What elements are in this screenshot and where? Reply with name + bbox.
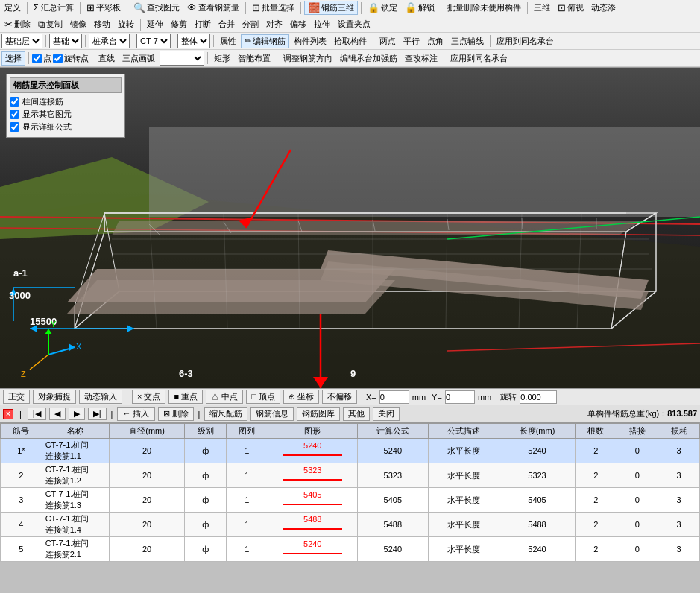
btn-move[interactable]: 移动 bbox=[91, 18, 113, 31]
btn-smart-place[interactable]: 智能布置 bbox=[235, 52, 274, 65]
btn-component-list[interactable]: 构件列表 bbox=[291, 35, 329, 48]
chk-point[interactable] bbox=[32, 54, 42, 63]
range-select[interactable]: 整体 bbox=[177, 34, 210, 48]
viewport-3d[interactable]: a-1 3000 15500 6-3 9 X Y Z 钢筋显示控制面板 柱间连接… bbox=[0, 68, 700, 388]
btn-split[interactable]: 分割 bbox=[239, 18, 262, 31]
rotate-input[interactable] bbox=[520, 390, 557, 404]
btn-nav-next[interactable]: ▶ bbox=[69, 408, 85, 420]
sep3 bbox=[127, 2, 127, 14]
btn-two-point[interactable]: 两点 bbox=[376, 35, 399, 48]
btn-nav-prev[interactable]: ◀ bbox=[49, 408, 66, 420]
control-panel: 钢筋显示控制面板 柱间连接筋 显示其它图元 显示详细公式 bbox=[6, 74, 125, 138]
btn-join[interactable]: 合并 bbox=[215, 18, 238, 31]
table-row[interactable]: 1*CT-7-1.桩间 连接筋1.120ф152405240水平长度524020… bbox=[1, 439, 700, 463]
sep14 bbox=[213, 35, 214, 47]
y-input[interactable] bbox=[445, 390, 475, 404]
btn-delete-row[interactable]: ⊠ 删除 bbox=[158, 407, 194, 421]
btn-other[interactable]: 其他 bbox=[343, 407, 370, 421]
btn-view-rebar[interactable]: 👁查看钢筋量 bbox=[184, 1, 242, 14]
table-row[interactable]: 2CT-7-1.桩间 连接筋1.220ф153235323水平长度5323203 bbox=[1, 463, 700, 488]
btn-grips[interactable]: 设置夹点 bbox=[335, 18, 373, 31]
chk-show-formula[interactable] bbox=[10, 122, 19, 132]
btn-trim[interactable]: 修剪 bbox=[168, 18, 190, 31]
btn-point-angle[interactable]: 点角 bbox=[424, 35, 447, 48]
btn-flatboard[interactable]: ⊞平彩板 bbox=[83, 1, 124, 14]
btn-insert[interactable]: ← 插入 bbox=[117, 407, 154, 421]
btn-snap[interactable]: 对象捕捉 bbox=[33, 390, 76, 404]
panel-close-btn[interactable]: × bbox=[3, 409, 13, 419]
btn-dynamic-input[interactable]: 动态输入 bbox=[79, 390, 122, 404]
btn-key-point[interactable]: ■ 重点 bbox=[168, 390, 203, 404]
panel-item-3: 显示详细公式 bbox=[10, 121, 122, 133]
btn-apply-same[interactable]: 应用到同名承台 bbox=[494, 35, 557, 48]
btn-rotate[interactable]: 旋转 bbox=[115, 18, 137, 31]
chk-column-rebar[interactable] bbox=[10, 97, 19, 107]
btn-3d-rebar[interactable]: 🧱钢筋三维 bbox=[304, 1, 358, 15]
table-cell: 3 bbox=[658, 513, 700, 537]
btn-arc[interactable]: 三点画弧 bbox=[119, 52, 158, 65]
btn-pick[interactable]: 拾取构件 bbox=[331, 35, 370, 48]
btn-unlock[interactable]: 🔓解锁 bbox=[402, 1, 438, 14]
btn-scale-rebar[interactable]: 缩尺配筋 bbox=[204, 407, 247, 421]
table-cell: 1 bbox=[227, 537, 268, 562]
chk-show-other[interactable] bbox=[10, 110, 19, 119]
btn-orthogonal[interactable]: 正交 bbox=[3, 390, 30, 404]
bottom-toolbar: × | |◀ ◀ ▶ ▶| | ← 插入 ⊠ 删除 | 缩尺配筋 钢筋信息 钢筋… bbox=[0, 405, 700, 423]
table-cell: 1* bbox=[1, 439, 42, 463]
btn-offset[interactable]: 偏移 bbox=[287, 18, 309, 31]
x-mm-label: mm bbox=[412, 393, 426, 402]
table-row[interactable]: 4CT-7-1.桩间 连接筋1.420ф154885488水平长度5488203 bbox=[1, 513, 700, 537]
btn-nav-first[interactable]: |◀ bbox=[28, 408, 46, 420]
sep-status bbox=[127, 391, 127, 403]
btn-intersect[interactable]: × 交点 bbox=[132, 390, 165, 404]
btn-rebar-info[interactable]: 钢筋信息 bbox=[250, 407, 294, 421]
x-input[interactable] bbox=[379, 390, 409, 404]
table-cell: 1 bbox=[227, 513, 268, 537]
table-row[interactable]: 5CT-7-1.桩间 连接筋2.120ф152405240水平长度5240203 bbox=[1, 537, 700, 562]
btn-batch-delete[interactable]: 批量删除未使用构件 bbox=[444, 1, 524, 14]
arc-select[interactable] bbox=[160, 51, 204, 66]
btn-attr[interactable]: 属性 bbox=[217, 35, 239, 48]
btn-batch-select[interactable]: ⊡批量选择 bbox=[249, 1, 297, 14]
btn-nav-last[interactable]: ▶| bbox=[88, 408, 107, 420]
btn-topview[interactable]: ⊡俯视 bbox=[555, 1, 587, 14]
btn-adjust-dir[interactable]: 调整钢筋方向 bbox=[280, 52, 335, 65]
btn-copy[interactable]: ⧉复制 bbox=[35, 18, 66, 31]
component-select[interactable]: 桩承台 bbox=[89, 34, 130, 48]
type-select[interactable]: 基础 bbox=[49, 34, 82, 48]
btn-find[interactable]: 🔍查找图元 bbox=[130, 1, 183, 14]
btn-3d[interactable]: 三维 bbox=[531, 1, 553, 14]
table-row[interactable]: 3CT-7-1.桩间 连接筋1.320ф154055405水平长度5405203 bbox=[1, 488, 700, 513]
y-mm-label: mm bbox=[478, 393, 491, 402]
btn-edit-rebar[interactable]: ✏编辑钢筋 bbox=[241, 34, 289, 48]
btn-align[interactable]: 对齐 bbox=[263, 18, 286, 31]
btn-check-mark[interactable]: 查改标注 bbox=[402, 52, 441, 65]
btn-dynamic[interactable]: 动态添 bbox=[588, 1, 619, 14]
btn-vertex[interactable]: □ 顶点 bbox=[246, 390, 280, 404]
btn-extend[interactable]: 延伸 bbox=[144, 18, 166, 31]
btn-apply-same2[interactable]: 应用到同名承台 bbox=[447, 52, 511, 65]
btn-edit-strengthen[interactable]: 编辑承台加强筋 bbox=[337, 52, 400, 65]
btn-rect[interactable]: 矩形 bbox=[211, 52, 233, 65]
sep16 bbox=[490, 35, 491, 47]
chk-rotate-point[interactable] bbox=[53, 54, 63, 63]
btn-rebar-library[interactable]: 钢筋图库 bbox=[297, 407, 340, 421]
btn-break[interactable]: 打断 bbox=[192, 18, 214, 31]
btn-coord[interactable]: ⊕ 坐标 bbox=[283, 390, 319, 404]
btn-define[interactable]: 定义 bbox=[1, 1, 24, 14]
label-point: 点 bbox=[43, 53, 51, 64]
btn-stretch[interactable]: 拉伸 bbox=[311, 18, 333, 31]
btn-delete[interactable]: ✂删除 bbox=[1, 18, 34, 31]
layer-select[interactable]: 基础层 bbox=[1, 34, 42, 48]
btn-lock[interactable]: 🔒锁定 bbox=[365, 1, 400, 14]
btn-sum[interactable]: Σ 汇总计算 bbox=[31, 1, 77, 14]
code-select[interactable]: CT-7 bbox=[136, 34, 171, 48]
btn-close-panel[interactable]: 关闭 bbox=[373, 407, 400, 421]
btn-midpoint[interactable]: △ 中点 bbox=[206, 390, 243, 404]
btn-parallel[interactable]: 平行 bbox=[400, 35, 423, 48]
btn-mirror[interactable]: 镜像 bbox=[67, 18, 89, 31]
btn-3point-aux[interactable]: 三点辅线 bbox=[448, 35, 487, 48]
btn-line[interactable]: 直线 bbox=[95, 52, 118, 65]
btn-select[interactable]: 选择 bbox=[1, 51, 25, 66]
btn-no-offset[interactable]: 不偏移 bbox=[322, 390, 357, 404]
